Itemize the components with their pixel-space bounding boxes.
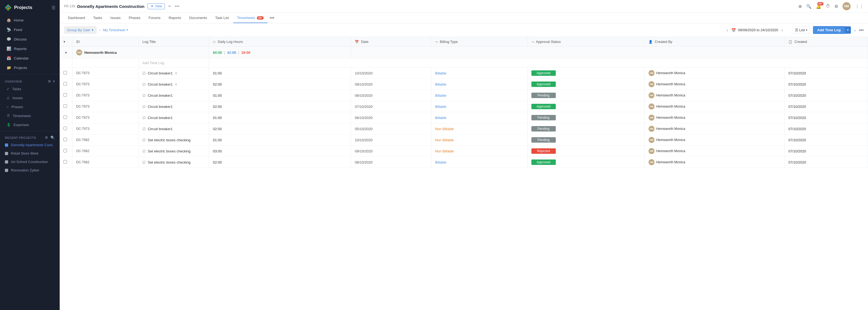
prev-date-button[interactable]: ‹ xyxy=(725,27,729,33)
more-options-icon[interactable]: ••• xyxy=(859,28,864,33)
row-checkbox[interactable] xyxy=(63,138,67,141)
row-checkbox-cell[interactable] xyxy=(60,135,72,146)
tab-reports[interactable]: Reports xyxy=(165,13,185,23)
row-hours: 01:00 xyxy=(209,112,351,123)
group-by-button[interactable]: Group By User ▾ xyxy=(64,26,97,34)
approval-status-badge: Pending xyxy=(531,93,556,98)
filter-icon[interactable]: ⬦ xyxy=(854,28,856,33)
tab-phases[interactable]: Phases xyxy=(125,13,144,23)
row-checkbox[interactable] xyxy=(63,115,67,119)
tab-documents[interactable]: Documents xyxy=(185,13,211,23)
group-row: ▾ HM Hemsworth Monica 60:00 | 41:00 | 19… xyxy=(60,47,868,58)
row-checkbox[interactable] xyxy=(63,82,67,86)
add-time-log-dropdown-button[interactable]: ▾ xyxy=(845,26,851,34)
project-color-dot xyxy=(5,169,8,172)
tab-dashboard[interactable]: Dashboard xyxy=(64,13,89,23)
row-checkbox-cell[interactable] xyxy=(60,123,72,135)
row-checkbox-cell[interactable] xyxy=(60,112,72,123)
my-timesheet-button[interactable]: My Timesheet ▾ xyxy=(103,28,128,32)
chevron-down-icon: ▾ xyxy=(806,29,807,31)
search-icon[interactable]: 🔍 xyxy=(806,4,812,9)
view-button[interactable]: 👁 View xyxy=(148,3,165,9)
approval-status-badge: Approved xyxy=(531,104,556,109)
tab-tasks[interactable]: Tasks xyxy=(90,13,106,23)
row-checkbox[interactable] xyxy=(63,104,67,108)
collapse-icon[interactable]: ▾ xyxy=(63,40,65,44)
creator-name: Hemsworth Monica xyxy=(656,82,685,86)
sidebar-item-phases[interactable]: ○ Phases xyxy=(2,103,58,111)
sidebar-item-expenses[interactable]: 💲 Expenses xyxy=(2,121,58,129)
table-row: DC-T662 ☑ Set electric boxes checking 02… xyxy=(60,157,868,168)
table-container: ▾ ID Log Title ⊙ Daily Log Hours 📅 Date xyxy=(60,37,868,310)
plus-icon[interactable]: ⊕ xyxy=(798,4,802,9)
tab-task-list[interactable]: Task List xyxy=(211,13,233,23)
created-icon: 📋 xyxy=(788,40,792,44)
sidebar-item-home[interactable]: 🏠 Home xyxy=(2,16,58,25)
row-checkbox[interactable] xyxy=(63,71,67,75)
row-checkbox[interactable] xyxy=(63,160,67,164)
row-checkbox[interactable] xyxy=(63,149,67,152)
sidebar-item-timesheets[interactable]: ⏱ Timesheets xyxy=(2,112,58,120)
row-billing: Non Billable xyxy=(431,135,527,146)
toolbar: Group By User ▾ › My Timesheet ▾ ‹ 📅 09/… xyxy=(60,23,868,37)
list-view-button[interactable]: ☰ List ▾ xyxy=(792,26,810,34)
billing-type-label: Billable xyxy=(435,116,446,120)
hamburger-icon[interactable]: ☰ xyxy=(52,5,55,10)
sidebar-item-reports[interactable]: 📊 Reports xyxy=(2,44,58,53)
add-title-cell[interactable]: Add Time Log xyxy=(138,58,209,68)
settings-icon[interactable]: ⚙ xyxy=(834,4,838,9)
row-checkbox-cell[interactable] xyxy=(60,101,72,112)
row-id: DC-T673 xyxy=(72,68,138,79)
recent-project-retail[interactable]: Retail Store Work xyxy=(0,149,60,158)
row-checkbox[interactable] xyxy=(63,126,67,130)
notification-badge[interactable]: 🔔 99+ xyxy=(816,4,822,9)
apps-icon[interactable]: ⋮⋮ xyxy=(855,4,864,9)
timer-icon[interactable]: ⏱ xyxy=(826,4,830,9)
tab-issues[interactable]: Issues xyxy=(106,13,124,23)
sidebar-item-tasks[interactable]: ✓ Tasks xyxy=(2,85,58,93)
row-checkbox-cell[interactable] xyxy=(60,146,72,157)
group-collapse-button[interactable]: ▾ xyxy=(63,50,68,55)
chevron-down-icon: ▾ xyxy=(92,28,94,32)
row-checkbox-cell[interactable] xyxy=(60,157,72,168)
row-checkbox[interactable] xyxy=(63,93,67,97)
recent-search-icon[interactable]: 🔍 xyxy=(51,136,55,140)
sidebar-item-issues[interactable]: ⚠ Issues xyxy=(2,94,58,102)
recent-filter-icon[interactable]: ⚙ xyxy=(45,136,48,140)
pencil-icon[interactable]: ✏ xyxy=(168,4,172,8)
sidebar-item-calendar[interactable]: 📅 Calendar xyxy=(2,54,58,63)
tab-forums[interactable]: Forums xyxy=(145,13,164,23)
row-checkbox-cell[interactable] xyxy=(60,79,72,90)
recent-project-renovation[interactable]: Renovation Zyiker xyxy=(0,166,60,174)
sidebar-item-feed[interactable]: 📡 Feed xyxy=(2,25,58,34)
creator-avatar: HM xyxy=(649,70,654,76)
row-checkbox-cell[interactable] xyxy=(60,90,72,101)
add-time-log-button[interactable]: Add Time Log xyxy=(813,26,845,34)
next-date-button[interactable]: › xyxy=(780,27,784,33)
recent-projects-header: Recent Projects ⚙ 🔍 xyxy=(0,133,60,141)
add-time-log-row[interactable]: Add Time Log xyxy=(60,58,868,68)
row-checkbox-cell[interactable] xyxy=(60,68,72,79)
sidebar-item-label: Calendar xyxy=(14,56,29,60)
row-hours: 01:00 xyxy=(209,135,351,146)
recent-project-artschool[interactable]: Art School Construction xyxy=(0,158,60,166)
group-time-red: 19:00 xyxy=(241,51,250,55)
sidebar-item-projects[interactable]: 📁 Projects xyxy=(2,63,58,72)
projects-icon: 📁 xyxy=(6,65,11,70)
th-date: 📅 Date xyxy=(351,37,431,47)
group-avatar: HM xyxy=(76,50,82,55)
task-type-icon: ☑ xyxy=(143,105,146,109)
tab-timesheets[interactable]: Timesheets 99+ xyxy=(233,13,268,23)
chevron-down-icon[interactable]: ▾ xyxy=(53,79,55,83)
creator-avatar: HM xyxy=(649,137,654,143)
sidebar-item-discuss[interactable]: 💬 Discuss xyxy=(2,34,58,44)
settings-icon[interactable]: ⚙ xyxy=(48,79,51,83)
more-icon[interactable]: ••• xyxy=(175,4,179,9)
user-avatar[interactable]: HM xyxy=(842,2,850,10)
sidebar-logo: Projects ☰ xyxy=(0,0,60,15)
sidebar-item-label: Feed xyxy=(14,28,22,32)
row-hours: 01:00 xyxy=(209,68,351,79)
recent-project-donnelly[interactable]: Donnelly Apartments Cons. xyxy=(0,141,60,149)
creator-avatar: HM xyxy=(649,81,654,87)
more-tabs-icon[interactable]: ••• xyxy=(268,13,276,23)
